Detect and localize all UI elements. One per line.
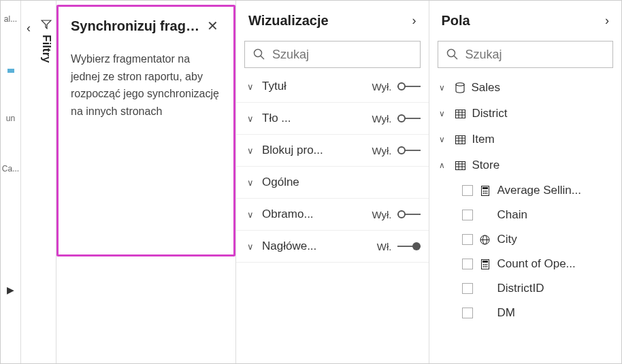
chevron-down-icon: ∨ [439, 83, 448, 93]
fields-search[interactable] [438, 41, 614, 68]
toggle-switch[interactable] [397, 146, 421, 155]
table-row[interactable]: ∨ District [429, 101, 622, 127]
toggle-switch[interactable] [397, 242, 421, 251]
svg-point-23 [485, 191, 486, 192]
svg-point-4 [456, 83, 464, 86]
table-row[interactable]: ∨ Item [429, 127, 622, 152]
search-input[interactable] [465, 48, 623, 62]
toggle-switch[interactable] [397, 114, 421, 123]
svg-rect-10 [455, 135, 465, 144]
field-checkbox[interactable] [462, 308, 473, 318]
table-name: Item [472, 133, 495, 146]
bar-icon [7, 69, 14, 73]
field-checkbox[interactable] [462, 259, 473, 269]
field-name: Chain [497, 208, 615, 222]
field-row[interactable]: Chain [429, 203, 622, 227]
close-icon[interactable]: ✕ [204, 18, 221, 34]
chevron-right-icon[interactable]: › [412, 14, 416, 28]
svg-rect-15 [455, 161, 465, 169]
collapse-chevron-icon[interactable]: ‹ [21, 1, 36, 363]
svg-point-27 [486, 193, 487, 194]
svg-line-1 [261, 56, 264, 59]
svg-rect-5 [455, 110, 465, 118]
format-property-row[interactable]: ∨ Blokuj pro...Wył. [236, 135, 429, 167]
property-label: Obramo... [262, 208, 366, 221]
field-row[interactable]: Count of Ope... [429, 252, 622, 276]
field-checkbox[interactable] [462, 210, 473, 220]
toggle-state-label: Wył. [372, 113, 391, 125]
toggle-switch[interactable] [397, 82, 421, 91]
chevron-down-icon: ∨ [247, 146, 257, 156]
visualizations-pane: Wizualizacje › ∨ TytułWył. ∨ Tło ...Wył.… [235, 1, 429, 363]
svg-point-26 [485, 193, 486, 194]
chevron-down-icon: ∨ [247, 114, 257, 124]
field-row[interactable]: City [429, 227, 622, 252]
svg-point-34 [485, 264, 486, 265]
svg-point-24 [486, 191, 487, 192]
format-property-row[interactable]: ∨ Obramo...Wył. [236, 199, 429, 231]
filters-pane-collapsed[interactable]: Filtry [36, 1, 56, 363]
svg-point-25 [482, 193, 484, 194]
svg-point-0 [255, 50, 262, 57]
property-label: Tytuł [262, 80, 366, 93]
table-row[interactable]: ∧ Store [429, 152, 622, 178]
sync-pane-title: Synchronizuj frag… [71, 18, 199, 34]
svg-point-22 [482, 191, 484, 192]
search-icon [253, 48, 265, 61]
svg-point-37 [485, 266, 486, 267]
format-property-row[interactable]: ∨ Nagłówe...Wł. [236, 231, 429, 263]
svg-point-33 [482, 264, 484, 265]
toggle-state-label: Wył. [372, 145, 391, 156]
svg-point-38 [486, 266, 487, 267]
table-name: District [472, 107, 508, 120]
svg-rect-32 [482, 261, 488, 263]
field-name: DistrictID [497, 282, 615, 295]
field-name: City [497, 233, 615, 246]
format-property-row[interactable]: ∨ TytułWył. [236, 71, 429, 103]
property-label: Ogólne [262, 176, 421, 189]
search-icon [446, 48, 459, 61]
filter-icon [41, 20, 52, 29]
search-input[interactable] [272, 48, 430, 62]
toggle-state-label: Wył. [372, 81, 391, 93]
property-label: Blokuj pro... [262, 144, 366, 157]
field-checkbox[interactable] [462, 283, 473, 294]
toggle-state-label: Wył. [372, 209, 391, 220]
toggle-switch[interactable] [397, 210, 421, 219]
chevron-down-icon: ∨ [247, 82, 257, 92]
chevron-down-icon: ∨ [247, 210, 257, 220]
filters-label: Filtry [39, 35, 53, 63]
table-icon [455, 110, 465, 118]
table-name: Store [472, 159, 500, 172]
field-row[interactable]: DM [429, 301, 622, 325]
field-type-icon [480, 186, 491, 196]
fields-title: Pola [442, 13, 470, 29]
chevron-right-icon[interactable]: › [605, 14, 609, 28]
field-checkbox[interactable] [462, 234, 473, 245]
field-checkbox[interactable] [462, 185, 473, 196]
table-icon [455, 82, 465, 93]
field-row[interactable]: DistrictID [429, 276, 622, 301]
next-page-arrow-icon[interactable]: ▶ [7, 284, 14, 295]
field-name: Average Sellin... [497, 184, 615, 197]
canvas-label: un [6, 114, 15, 123]
format-property-row[interactable]: ∨ Ogólne [236, 167, 429, 199]
chevron-down-icon: ∨ [439, 109, 448, 118]
chevron-up-icon: ∧ [439, 161, 448, 170]
field-row[interactable]: Average Sellin... [429, 178, 622, 203]
svg-line-3 [454, 56, 457, 59]
property-label: Nagłówe... [262, 239, 372, 253]
visualizations-search[interactable] [244, 41, 421, 68]
table-icon [455, 161, 465, 170]
sync-pane-body: Wybierz fragmentator na jednej ze stron … [71, 50, 221, 120]
canvas-edge: al... un Ca... ▶ [1, 1, 21, 363]
table-row[interactable]: ∨ Sales [429, 75, 622, 101]
table-name: Sales [472, 81, 501, 95]
fields-pane: Pola › ∨ Sales∨ District∨ It [429, 1, 622, 363]
svg-point-35 [486, 264, 487, 265]
chevron-down-icon: ∨ [247, 178, 257, 188]
field-type-icon [480, 235, 491, 245]
visualizations-title: Wizualizacje [248, 13, 329, 29]
sync-slicers-pane: Synchronizuj frag… ✕ Wybierz fragmentato… [56, 5, 235, 257]
format-property-row[interactable]: ∨ Tło ...Wył. [236, 103, 429, 135]
